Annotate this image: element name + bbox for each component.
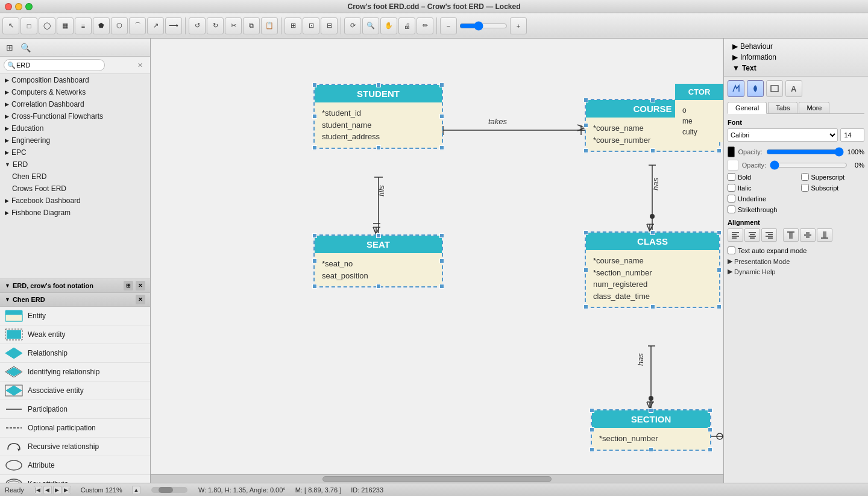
handle-seat-tr[interactable]	[439, 233, 444, 238]
copy-tool[interactable]: ⧉	[243, 17, 260, 34]
handle-class-mr[interactable]	[717, 268, 722, 272]
fmt-fill-btn[interactable]	[747, 80, 764, 97]
shape-key-attribute[interactable]: Key attribute	[0, 475, 150, 483]
valign-bot-btn[interactable]	[817, 228, 832, 242]
entity-student[interactable]: STUDENT *student_id student_name student…	[313, 84, 443, 149]
align-right-btn[interactable]	[761, 228, 777, 242]
handle-section-br[interactable]	[708, 447, 712, 452]
canvas-scrollbar-thumb[interactable]	[322, 476, 552, 482]
nav-item-engineering[interactable]: ▶ Engineering	[0, 134, 150, 146]
handle-seat-bl[interactable]	[312, 284, 317, 289]
canvas-scrollbar[interactable]	[151, 474, 723, 483]
handle-student-mid-right[interactable]	[439, 114, 444, 119]
handle-section-tm[interactable]	[649, 408, 653, 413]
nav-item-facebook[interactable]: ▶ Facebook Dashboard	[0, 195, 150, 207]
entity-seat[interactable]: SEAT *seat_no seat_position	[313, 234, 443, 287]
panel1-grid-btn[interactable]: ⊞	[124, 281, 133, 290]
bold-checkbox[interactable]	[728, 173, 735, 181]
maximize-button[interactable]	[25, 3, 33, 10]
zoom-in-btn[interactable]: +	[510, 17, 527, 34]
strikethrough-checkbox[interactable]	[728, 206, 735, 213]
dynamic-help-link[interactable]: ▶ Dynamic Help	[728, 266, 864, 277]
ellipse-tool[interactable]: ◯	[39, 17, 55, 34]
handle-class-bm[interactable]	[650, 304, 655, 309]
handle-section-bm[interactable]	[649, 447, 653, 452]
handle-student-bot-mid[interactable]	[376, 145, 381, 150]
handle-seat-ml[interactable]	[312, 259, 317, 263]
handle-class-br[interactable]	[717, 304, 722, 309]
handle-student-top-left[interactable]	[312, 83, 317, 87]
close-button[interactable]	[5, 3, 12, 10]
search-input[interactable]	[4, 59, 105, 71]
cut-tool[interactable]: ✂	[225, 17, 242, 34]
color-swatch-1[interactable]	[728, 146, 735, 157]
panel1-close-btn[interactable]: ✕	[136, 281, 145, 290]
handle-seat-tl[interactable]	[312, 233, 317, 238]
handle-student-top-right[interactable]	[439, 83, 444, 87]
opacity-slider-1[interactable]	[766, 148, 844, 155]
valign-top-btn[interactable]	[783, 228, 799, 242]
pan-tool[interactable]: ✋	[380, 17, 397, 34]
tab-more[interactable]: More	[799, 102, 829, 113]
handle-course-tl[interactable]	[583, 98, 588, 102]
sidebar-search-icon[interactable]: 🔍	[19, 42, 31, 54]
shape-tool2[interactable]: ⬟	[93, 17, 110, 34]
shape-identifying-rel[interactable]: Identifying relationship	[0, 363, 150, 381]
nav-item-chen-erd[interactable]: Chen ERD	[0, 171, 150, 183]
zoom-scrollbar[interactable]	[151, 487, 187, 493]
handle-course-tm[interactable]	[650, 98, 655, 102]
zoom-select[interactable]: ⊟	[321, 17, 338, 34]
search-tool[interactable]: 🔍	[362, 17, 379, 34]
align-left-btn[interactable]	[728, 228, 743, 242]
opacity-slider-2[interactable]	[770, 162, 848, 169]
font-size-input[interactable]	[840, 128, 864, 142]
arrow-tool[interactable]: ↗	[147, 17, 164, 34]
print-tool[interactable]: 🖨	[398, 17, 415, 34]
valign-mid-btn[interactable]	[800, 228, 816, 242]
handle-seat-br[interactable]	[439, 284, 444, 289]
nav-item-crossfunc[interactable]: ▶ Cross-Functional Flowcharts	[0, 110, 150, 122]
handle-student-bot-right[interactable]	[439, 145, 444, 150]
handle-section-tl[interactable]	[590, 408, 594, 413]
page-fwd-btn[interactable]: ▶	[53, 486, 61, 494]
handle-course-bl[interactable]	[583, 148, 588, 153]
handle-student-mid-left[interactable]	[312, 114, 317, 119]
list-tool[interactable]: ≡	[75, 17, 92, 34]
shape-tool3[interactable]: ⬡	[111, 17, 128, 34]
page-last-btn[interactable]: ▶|	[63, 486, 71, 494]
handle-course-ml[interactable]	[583, 123, 588, 128]
handle-section-mr[interactable]	[708, 427, 712, 432]
nav-item-crows-foot[interactable]: Crows Foot ERD	[0, 183, 150, 195]
handle-seat-mr[interactable]	[439, 259, 444, 263]
tab-general[interactable]: General	[728, 102, 767, 114]
shape-weak-entity[interactable]: Weak entity	[0, 325, 150, 344]
handle-course-br[interactable]	[717, 148, 722, 153]
fmt-pen-btn[interactable]	[728, 80, 744, 97]
subscript-checkbox[interactable]	[801, 184, 809, 192]
fmt-text-btn[interactable]: A	[785, 80, 802, 97]
rp-tree-information[interactable]: ▶ Information	[728, 52, 864, 63]
font-family-select[interactable]: Calibri Arial Times New Roman Helvetica	[728, 128, 838, 142]
handle-section-ml[interactable]	[590, 427, 594, 432]
canvas[interactable]: takes fills has has teaches STUDENT *stu…	[151, 39, 723, 474]
shape-optional-participation[interactable]: Optional participation	[0, 419, 150, 438]
shape-attribute[interactable]: Attribute	[0, 456, 150, 475]
handle-seat-bm[interactable]	[376, 284, 381, 289]
handle-course-bm[interactable]	[650, 148, 655, 153]
handle-class-tm[interactable]	[650, 230, 655, 235]
zoom-slider[interactable]	[459, 21, 508, 31]
select-tool[interactable]: ↖	[2, 17, 19, 34]
nav-item-fishbone[interactable]: ▶ Fishbone Diagram	[0, 207, 150, 219]
zoom-scrollbar-thumb[interactable]	[159, 487, 173, 493]
tab-tabs[interactable]: Tabs	[768, 102, 797, 113]
panel2-close-btn[interactable]: ✕	[136, 295, 145, 304]
italic-checkbox[interactable]	[728, 184, 735, 192]
handle-class-ml[interactable]	[583, 268, 588, 272]
zoom-fit[interactable]: ⊞	[285, 17, 301, 34]
entity-class[interactable]: CLASS *course_name *section_number num_r…	[585, 231, 720, 308]
undo-tool[interactable]: ↺	[189, 17, 206, 34]
sidebar-grid-icon[interactable]: ⊞	[4, 42, 16, 54]
minimize-button[interactable]	[15, 3, 22, 10]
nav-item-computers[interactable]: ▶ Computers & Networks	[0, 86, 150, 98]
handle-student-top-mid[interactable]	[376, 83, 381, 87]
